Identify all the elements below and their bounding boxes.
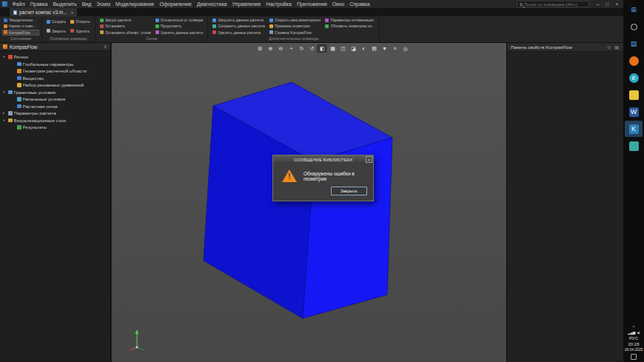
language-indicator[interactable]: РУС [629,336,638,341]
tree-item[interactable]: Результаты [0,124,110,131]
tree-item[interactable]: ▾ Регион [0,53,110,61]
menu-item[interactable]: Диагностика [194,1,229,7]
tree-item-icon [17,83,21,87]
tree-item-icon [17,125,21,130]
command-search-input[interactable] [524,2,586,7]
clip-plane-icon[interactable]: ◐ [359,44,369,53]
ribbon-mode-button[interactable]: Твердотельное моделирование [2,17,39,23]
menu-item[interactable]: Приложения [294,1,329,7]
ribbon-button[interactable]: Параметры оптимизации [323,17,377,23]
measure-icon[interactable]: ◎ [400,44,410,53]
menu-item[interactable]: Моделирование [113,1,157,7]
network-icon[interactable]: ▂▄▆ [628,331,635,335]
menu-item[interactable]: Файл [10,1,27,7]
volume-icon[interactable]: ◀ [637,331,639,335]
menu-item[interactable]: Настройка [264,1,294,7]
ribbon-button[interactable]: Удалить [68,27,93,36]
expander-icon[interactable]: ▸ [3,111,7,115]
tree-item[interactable]: Вещество [0,75,110,82]
tree-item[interactable]: Начальные условия [0,95,110,103]
close-button[interactable]: × [612,0,622,8]
tab-close-icon[interactable]: × [71,10,74,15]
tree-item[interactable]: ▾ Визуализационные слои [0,117,110,124]
menu-item[interactable]: Вид [79,1,94,7]
clock-time[interactable]: 20:28 [628,342,639,346]
zoom-out-icon[interactable]: ⊖ [276,44,286,53]
ribbon-button[interactable]: Остановить [98,23,153,29]
ribbon-button[interactable]: Проверка геометрии [267,23,323,29]
tree-item[interactable]: Расчетная сетка [0,103,110,110]
ribbon-button[interactable]: Обновить геометрию из... [323,23,377,29]
hidden-lines-icon[interactable]: ◫ [338,44,348,53]
menu-item[interactable]: Окно [329,1,346,7]
minimize-button[interactable]: – [593,0,603,8]
section-view-icon[interactable]: ◪ [349,44,358,53]
ribbon-button[interactable]: Удалить данные расчета [210,30,266,36]
command-search[interactable] [517,1,589,7]
menu-item[interactable]: Эскиз [94,1,113,7]
rotate-icon[interactable]: ↻ [297,44,306,53]
tree-item[interactable]: ▾ Граничные условия [0,89,110,96]
ribbon-button[interactable]: Сохранить данные расчета [210,23,266,29]
notification-center-icon[interactable] [631,354,637,360]
wireframe-display-icon[interactable]: ▦ [328,44,338,53]
ribbon-button[interactable]: Справка KompasFlow [267,30,323,36]
search-icon[interactable] [625,19,643,35]
ribbon-button[interactable]: Создать [44,17,68,27]
expander-icon[interactable]: ▾ [3,90,7,94]
expander-icon[interactable]: ▾ [3,55,7,58]
menu-item[interactable]: Справка [347,1,372,7]
clock-date[interactable]: 18.04.2025 [624,348,643,352]
tree-item[interactable]: Геометрия расчетной области [0,67,110,75]
menu-item[interactable]: Правка [27,1,50,7]
firefox-icon[interactable] [625,53,643,69]
filter-icon[interactable]: ▼ [380,44,389,53]
ribbon-button[interactable]: Запуск расчета [98,17,153,23]
layers-icon[interactable]: ▤ [369,44,379,53]
tree-item[interactable]: Глобальные параметры [0,61,110,68]
kompasflow-icon[interactable] [625,138,643,154]
tray-expand-icon[interactable]: ^ [633,325,635,329]
expander-icon[interactable]: ▾ [3,118,7,122]
ribbon-button[interactable]: Остановить обновл. слоев [98,30,153,36]
pan-icon[interactable]: + [286,44,296,53]
menu-item[interactable]: Управление [229,1,264,7]
ribbon-mode-button[interactable]: Каркас и поверхности [2,23,39,29]
ribbon-button[interactable]: Закрыть [44,27,68,36]
taskview-icon[interactable]: ▤ [625,36,643,52]
ribbon-button[interactable]: Загрузить данные расчета [210,17,266,23]
ribbon-button[interactable]: Продолжить [153,23,206,29]
dialog-close-icon[interactable]: × [366,156,372,163]
explorer-icon[interactable] [625,87,643,103]
tree-item-icon [17,97,21,101]
panel-layout-icon[interactable]: ▤ [614,44,620,50]
zoom-in-icon[interactable]: ⊕ [266,44,275,53]
gear-icon[interactable]: ⊙ [606,44,611,50]
dialog-titlebar[interactable]: СООБЩЕНИЕ БИБЛИОТЕКИ × [273,155,373,164]
start-button[interactable]: ⊞ [625,1,643,18]
tree-panel-menu-icon[interactable]: ≡ [103,44,107,49]
ribbon-mode-button[interactable]: KompasFlow [2,30,39,36]
ribbon-button[interactable]: Открыть окно мониторинга [267,17,323,23]
3d-viewport[interactable]: ⊞ ⊕ ⊖ + ↻ ↺ ◧ ▦ ◫ ◪ ◐ ▤ [112,43,506,362]
ribbon-button[interactable]: Удалить данные расчета [153,30,206,36]
tree-item[interactable]: Набор решаемых уравнений [0,81,110,89]
word-icon[interactable]: W [625,104,643,120]
ribbon-button-icon [70,29,74,33]
shaded-display-icon[interactable]: ◧ [318,44,327,53]
document-tab[interactable]: расчет компас v3.m... × [10,8,77,16]
ribbon-button[interactable]: Открыть [68,17,93,27]
orbit-icon[interactable]: ↺ [307,44,317,53]
maximize-button[interactable]: □ [603,0,612,8]
menu-item[interactable]: Выделить [50,1,79,7]
dialog-close-button[interactable]: Закрыть [331,187,367,195]
kompas-icon[interactable]: K [625,121,643,137]
tree-item[interactable]: ▸ Параметры расчета [0,110,110,117]
edge-icon[interactable]: e [625,70,643,86]
app-logo-icon[interactable] [2,1,7,7]
zoom-window-icon[interactable]: ⊞ [255,44,265,53]
ribbon-button[interactable]: Отключиться от солвера [153,17,206,23]
ribbon-group-label: Системная [0,36,41,42]
menu-item[interactable]: Оформление [157,1,194,7]
command-list-icon[interactable]: ≡ [390,44,400,53]
